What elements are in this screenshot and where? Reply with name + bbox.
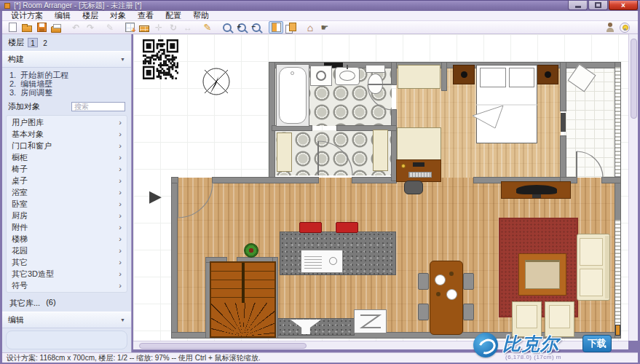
other-libraries-button[interactable]: 其它库... (6) [2, 296, 131, 310]
floor-tab-2[interactable]: 2 [40, 38, 50, 47]
category-item-2[interactable]: 门口和窗户› [7, 140, 127, 151]
plan-canvas[interactable]: ▶ [133, 34, 628, 341]
build-step-2[interactable]: 2. 编辑墙壁 [9, 79, 124, 88]
category-item-3[interactable]: 橱柜› [7, 151, 127, 163]
new-document-button[interactable] [5, 21, 20, 33]
category-item-0[interactable]: 用户图库› [7, 116, 127, 128]
category-item-1[interactable]: 基本对象› [7, 128, 127, 140]
add-objects-row: 添加对象 [2, 98, 131, 115]
chevron-right-icon: › [119, 258, 122, 266]
app-icon [4, 3, 10, 9]
zoom-to-fit-button[interactable] [220, 21, 234, 33]
tip-lightbulb-button[interactable] [617, 21, 632, 33]
close-button[interactable]: × [609, 1, 638, 10]
chevron-down-icon: ▼ [120, 317, 125, 323]
menu-item-1[interactable]: 编辑 [49, 11, 76, 20]
hscroll-thumb[interactable] [139, 343, 307, 349]
sidebar-collapse-arrow[interactable]: ▶ [149, 189, 162, 205]
status-text: 设计方案: 1168cm x 700cm, 楼层: 1/2 -- 缩放: 97%… [7, 353, 261, 363]
undo-glyph: ↶ [72, 23, 79, 32]
category-item-9[interactable]: 附件› [7, 221, 127, 233]
chevron-right-icon: › [119, 188, 122, 197]
build-step-1[interactable]: 1. 开始新的工程 [9, 71, 124, 79]
category-label: 其它3D造型 [12, 269, 54, 280]
new-document-icon [9, 23, 17, 32]
category-item-14[interactable]: 符号› [7, 280, 127, 291]
build-section-header[interactable]: 构建 ▼ [2, 51, 131, 68]
menu-item-3[interactable]: 对象 [104, 11, 132, 20]
redo-button[interactable]: ↷ [83, 21, 98, 33]
category-item-6[interactable]: 浴室› [7, 186, 127, 198]
chevron-right-icon: › [119, 223, 122, 232]
category-label: 楼梯 [12, 234, 28, 245]
zoom-in-button[interactable]: + [234, 21, 249, 33]
maximize-button[interactable] [588, 1, 608, 10]
zoom-out-glyph: − [252, 23, 256, 31]
paint-style-button[interactable]: ✎ [103, 21, 117, 33]
draw-pencil-button[interactable]: ✎ [200, 21, 215, 33]
minimize-button[interactable] [568, 1, 588, 10]
category-item-7[interactable]: 卧室› [7, 198, 127, 210]
search-input[interactable] [71, 102, 125, 111]
paint-style-glyph: ✎ [106, 23, 114, 32]
zoom-out-button[interactable]: − [249, 21, 264, 33]
category-item-4[interactable]: 椅子› [7, 163, 127, 175]
object-category-list: 用户图库›基本对象›门口和窗户›橱柜›椅子›桌子›浴室›卧室›厨房›附件›楼梯›… [6, 115, 127, 293]
print-button[interactable] [49, 21, 63, 33]
vscroll-thumb[interactable] [631, 39, 637, 119]
toggle-sidebar-button[interactable] [269, 21, 283, 33]
insert-room-button[interactable] [122, 21, 137, 33]
category-label: 桌子 [12, 175, 28, 186]
wall-tool-button[interactable] [137, 21, 151, 33]
move-tool-button[interactable]: ✛ [151, 21, 166, 33]
edit-section-header[interactable]: 编辑 ▼ [2, 312, 131, 328]
door-arcs [133, 34, 628, 341]
rotate-tool-button[interactable]: ↻ [166, 21, 181, 33]
floor-tab-1[interactable]: 1 [28, 38, 38, 47]
menu-item-6[interactable]: 帮助 [187, 11, 215, 20]
walkthrough-button[interactable]: ☛ [317, 21, 332, 33]
add-objects-label: 添加对象 [8, 101, 40, 112]
undo-button[interactable]: ↶ [68, 21, 83, 33]
view-3d-button[interactable]: ⌂ [303, 21, 317, 33]
user-hint-icon [606, 23, 615, 32]
menu-item-0[interactable]: 设计方案 [5, 11, 49, 20]
category-item-11[interactable]: 花园› [7, 245, 127, 256]
category-label: 椅子 [12, 164, 28, 175]
menu-item-4[interactable]: 查看 [132, 11, 159, 20]
open-project-button[interactable] [20, 21, 34, 33]
vertical-scrollbar[interactable] [628, 34, 638, 341]
duplicate-view-button[interactable] [283, 21, 298, 33]
horizontal-scrollbar[interactable] [133, 341, 628, 349]
chevron-right-icon: › [119, 118, 122, 127]
chevron-right-icon: › [119, 141, 122, 150]
category-label: 门口和窗户 [12, 141, 52, 151]
category-label: 基本对象 [12, 129, 44, 140]
chevron-right-icon: › [119, 269, 122, 278]
category-label: 花园 [12, 245, 28, 256]
duplicate-view-icon [285, 23, 296, 33]
zoom-to-fit-icon [223, 23, 232, 32]
menu-bar: 设计方案编辑楼层对象查看配置帮助 [2, 11, 638, 21]
category-item-10[interactable]: 楼梯› [7, 233, 127, 245]
rotate-tool-glyph: ↻ [170, 23, 177, 32]
zoom-in-glyph: + [237, 23, 242, 31]
category-item-8[interactable]: 厨房› [7, 210, 127, 221]
category-label: 其它 [12, 257, 28, 268]
chevron-right-icon: › [119, 199, 122, 208]
menu-item-5[interactable]: 配置 [159, 11, 187, 20]
category-item-13[interactable]: 其它3D造型› [7, 268, 127, 280]
other-libraries-label: 其它库... [9, 298, 40, 309]
save-button[interactable] [34, 21, 49, 33]
category-item-12[interactable]: 其它› [7, 256, 127, 268]
sidebar-panel: 楼层 12 构建 ▼ 1. 开始新的工程2. 编辑墙壁3. 房间调整 添加对象 … [2, 34, 132, 352]
build-step-3[interactable]: 3. 房间调整 [9, 88, 124, 97]
chevron-right-icon: › [119, 211, 122, 220]
dimension-tool-button[interactable]: ↔ [181, 21, 195, 33]
chevron-right-icon: › [119, 130, 122, 138]
category-item-5[interactable]: 桌子› [7, 175, 127, 186]
menu-item-2[interactable]: 楼层 [76, 11, 104, 20]
save-icon [37, 23, 47, 32]
user-hint-button[interactable] [603, 21, 617, 33]
edit-panel-empty [6, 331, 127, 349]
